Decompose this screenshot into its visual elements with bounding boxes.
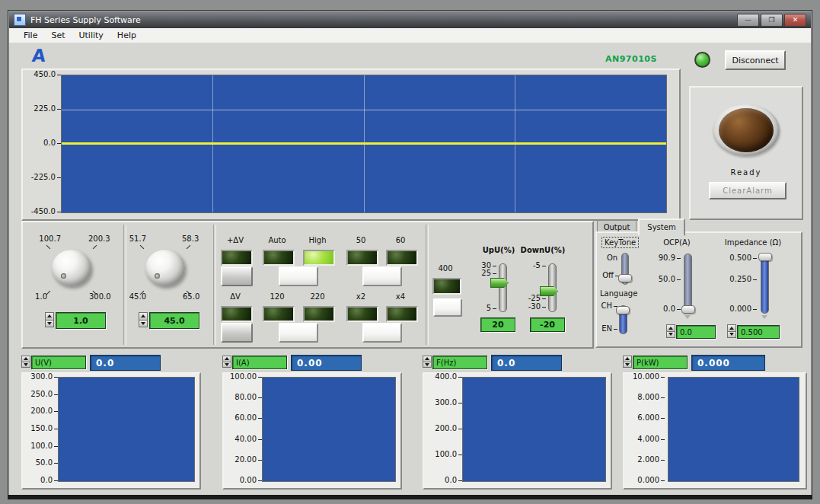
model-number: AN97010S (605, 54, 657, 64)
meter-name[interactable]: F(Hz) (432, 356, 487, 369)
menu-file[interactable]: File (17, 30, 44, 41)
increment-button[interactable] (623, 356, 632, 362)
decrement-button[interactable] (423, 362, 432, 368)
button-label: x2 (346, 292, 376, 301)
titlebar[interactable]: FH Series Supply Software — ❐ ✕ (9, 11, 811, 28)
disconnect-button[interactable]: Disconnect (725, 50, 786, 70)
upu-label: UpU(%) (476, 246, 522, 254)
meter-channel-spinner (423, 356, 432, 368)
keytone-toggle-handle[interactable] (618, 274, 632, 282)
decrement-button[interactable] (21, 362, 30, 368)
decrement-button[interactable] (139, 321, 148, 328)
increment-button[interactable] (666, 324, 675, 332)
y-axis-label: 100.00 (224, 373, 262, 381)
upu-value[interactable]: 20 (480, 317, 515, 332)
button-label: +ΔV (220, 236, 250, 244)
menu-help[interactable]: Help (110, 30, 143, 41)
language-en-label: EN (598, 325, 617, 333)
p-graph: 10.000 8.000 6.000 4.000 2.000 0.000 (623, 372, 807, 490)
impedance-slider-track[interactable] (761, 254, 769, 314)
divider (426, 225, 429, 345)
decrement-button[interactable] (666, 332, 675, 339)
impedance-value[interactable]: 0.500 (737, 325, 780, 339)
slider-tick: 30 (464, 262, 496, 270)
y-axis-label: 2.000 (624, 456, 665, 464)
language-label: Language (600, 289, 637, 298)
increment-button[interactable] (222, 356, 231, 362)
downu-label: DownU(%) (516, 246, 570, 254)
y-axis-label: -450.0 (23, 208, 61, 215)
y-axis-label: 300.0 (424, 399, 462, 407)
led-50 (346, 250, 378, 266)
meter-name[interactable]: P(kW) (633, 356, 688, 369)
gridline (62, 110, 666, 110)
frequency-knob[interactable] (145, 250, 185, 286)
maximize-button[interactable]: ❐ (761, 14, 783, 27)
volt-120-220-switch[interactable] (279, 323, 318, 343)
freq-50-60-switch[interactable] (362, 266, 402, 286)
alarm-led (719, 108, 774, 152)
y-axis-label: 300.0 (23, 373, 58, 381)
upu-slider-track[interactable] (499, 263, 507, 312)
close-button[interactable]: ✕ (784, 14, 806, 27)
y-axis-label: 150.0 (23, 425, 58, 432)
status-text: Ready (691, 168, 802, 177)
knob-scale-label: 1.0 (23, 292, 47, 301)
knob-scale-label: 100.7 (27, 234, 61, 243)
y-axis-label: 225.0 (23, 105, 61, 113)
frequency-setpoint[interactable]: 45.0 (149, 312, 199, 329)
waveform-plot (61, 75, 667, 213)
y-axis-label: 80.00 (224, 394, 262, 401)
y-axis-label: 100.0 (424, 451, 462, 458)
downu-value[interactable]: -20 (530, 317, 565, 332)
voltage-setpoint[interactable]: 1.0 (56, 312, 106, 329)
menu-set[interactable]: Set (44, 30, 72, 41)
y-axis-label: 8.000 (624, 394, 665, 401)
y-axis-label: 40.00 (224, 435, 262, 443)
slider-tick: 5 (464, 305, 496, 312)
ocp-spinner (666, 324, 675, 338)
decrement-button[interactable] (727, 332, 736, 339)
delta-v-plus-button[interactable] (221, 266, 253, 286)
decrement-button[interactable] (623, 362, 632, 368)
impedance-slider-handle[interactable] (758, 253, 772, 261)
voltage-trace (62, 142, 666, 145)
increment-button[interactable] (139, 312, 148, 321)
delta-v-plus-led (221, 250, 253, 266)
language-toggle-handle[interactable] (616, 306, 630, 314)
knob-scale-label: 58.3 (182, 234, 199, 243)
app-icon (14, 14, 26, 26)
y-axis-label: 0.0 (424, 477, 462, 484)
decrement-button[interactable] (222, 362, 231, 368)
delta-v-button[interactable] (221, 323, 253, 343)
slider-pointer-icon (684, 315, 691, 319)
x2-x4-switch[interactable] (362, 323, 402, 343)
decrement-button[interactable] (45, 321, 54, 328)
delta-v-led (221, 306, 253, 322)
frequency-spinner (139, 312, 148, 327)
increment-button[interactable] (45, 312, 54, 321)
f-graph: 400.0 300.0 200.0 100.0 0.0 (423, 372, 612, 490)
menu-utility[interactable]: Utility (72, 30, 110, 41)
meter-name[interactable]: I(A) (232, 356, 287, 369)
knob-scale-label: 200.3 (88, 234, 110, 243)
button-label: Auto (262, 236, 292, 244)
button-label: 60 (385, 236, 416, 244)
increment-button[interactable] (21, 356, 30, 362)
ocp-value[interactable]: 0.0 (676, 325, 716, 339)
v400-switch[interactable] (433, 298, 462, 317)
y-axis-label: 450.0 (23, 71, 61, 78)
minimize-button[interactable]: — (737, 14, 759, 27)
voltage-knob[interactable] (52, 250, 91, 286)
tab-system[interactable]: System (638, 219, 685, 236)
clear-alarm-button[interactable]: ClearAlarm (709, 182, 786, 199)
meter-name[interactable]: U(V) (31, 356, 86, 369)
auto-high-switch[interactable] (279, 266, 318, 286)
ocp-slider-handle[interactable] (681, 305, 695, 314)
y-axis-label: 50.0 (23, 459, 58, 467)
increment-button[interactable] (423, 356, 432, 362)
button-label: High (302, 236, 333, 244)
increment-button[interactable] (727, 324, 736, 332)
slider-tick: 0.250 (723, 276, 757, 283)
y-axis-label: 4.000 (624, 435, 665, 443)
